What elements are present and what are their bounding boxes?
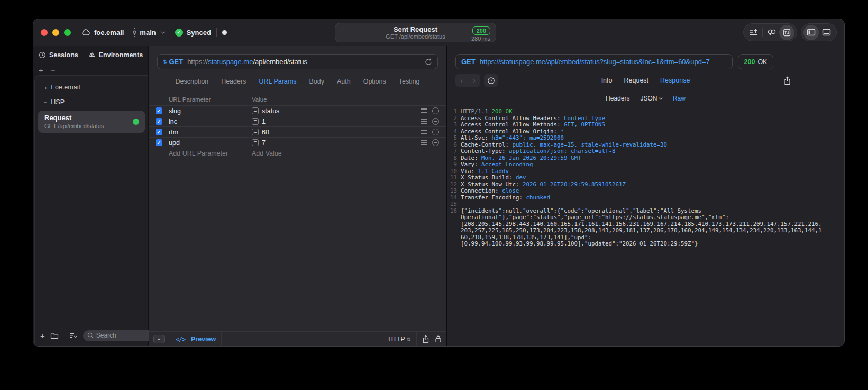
view-options-button[interactable] <box>69 332 78 339</box>
protocol-dropdown-icon: ⇅ <box>407 337 411 342</box>
equals-icon: = <box>252 129 259 135</box>
raw-response-view: 12345678910111213141516 HTTP/1.1 200 OKA… <box>447 108 844 346</box>
sync-branches-button[interactable] <box>764 25 779 40</box>
collapse-panel-button[interactable]: ▲ <box>153 335 165 343</box>
response-status-text: OK <box>757 58 767 66</box>
remove-row-icon[interactable] <box>432 118 439 125</box>
previous-response-button[interactable]: ‹ <box>455 76 468 85</box>
row-notes-icon[interactable] <box>421 130 427 134</box>
requests-list-button[interactable] <box>746 25 761 40</box>
row-notes-icon[interactable] <box>421 119 427 124</box>
row-notes-icon[interactable] <box>421 108 427 113</box>
param-value-field[interactable]: 1 <box>262 118 266 125</box>
sent-request-metrics: 200 280 ms <box>471 25 490 42</box>
zoom-window-button[interactable] <box>64 29 71 36</box>
titlebar: foe.email main ✓ Synced Sent Request GET… <box>33 19 844 46</box>
param-value-field[interactable]: 7 <box>262 139 266 147</box>
url-params-table: URL Parameter Value ✓slug=status✓inc=1✓r… <box>149 94 446 331</box>
remove-row-icon[interactable] <box>432 129 439 135</box>
resend-button[interactable] <box>425 58 432 66</box>
param-value-field[interactable]: status <box>262 107 279 115</box>
folder-icon <box>50 332 59 339</box>
response-viewer: GET https://statuspage.me/api/embed/stat… <box>446 46 844 346</box>
response-status-box: 200 OK <box>738 54 773 69</box>
row-notes-icon[interactable] <box>421 140 427 145</box>
export-button[interactable] <box>422 335 430 343</box>
param-name-field[interactable]: upd <box>169 139 252 147</box>
branch-switcher[interactable]: main <box>132 28 164 37</box>
param-checkbox[interactable]: ✓ <box>156 129 162 135</box>
response-subtab-json[interactable]: JSON <box>640 95 662 102</box>
response-tab-response[interactable]: Response <box>660 77 690 84</box>
response-tab-info[interactable]: Info <box>601 77 613 84</box>
request-method: GET <box>169 58 183 66</box>
reload-icon <box>425 58 432 66</box>
response-status-code: 200 <box>744 58 755 66</box>
minimize-window-button[interactable] <box>52 29 59 36</box>
request-tab-url-params[interactable]: URL Params <box>259 78 296 85</box>
sidebar-tabs: Sessions Environments <box>33 46 148 65</box>
add-param-row[interactable]: Add URL Parameter Add Value <box>149 148 446 158</box>
tab-sessions[interactable]: Sessions <box>39 51 78 59</box>
param-name-field[interactable]: rtm <box>169 129 252 136</box>
sidebar-item-request[interactable]: Request GET /api/embed/status <box>38 111 145 133</box>
add-url-parameter-placeholder[interactable]: Add URL Parameter <box>169 150 252 157</box>
sidebar-group-hsp[interactable]: › HSP <box>35 95 148 110</box>
param-value-field[interactable]: 60 <box>262 129 269 136</box>
send-receive-button[interactable] <box>779 25 794 40</box>
response-subtab-raw[interactable]: Raw <box>673 95 686 102</box>
sidebar-group-foe-email[interactable]: › Foe.email <box>35 80 148 95</box>
request-tab-testing[interactable]: Testing <box>399 78 420 85</box>
new-request-button[interactable]: + <box>40 331 45 340</box>
line-number: 13 <box>447 188 457 195</box>
request-url-bar[interactable]: ⇅ GET https://statuspage.me/api/embed/st… <box>157 54 438 69</box>
sent-request-status-pill[interactable]: Sent Request GET /api/embed/status 200 2… <box>335 23 496 42</box>
param-checkbox[interactable]: ✓ <box>156 139 162 146</box>
toggle-sidebar-button[interactable] <box>803 25 819 40</box>
tab-environments[interactable]: Environments <box>88 51 143 59</box>
sync-status[interactable]: ✓ Synced <box>175 29 211 37</box>
tools-button-group <box>743 23 797 41</box>
request-tab-auth[interactable]: Auth <box>337 78 351 85</box>
share-response-button[interactable] <box>783 76 791 85</box>
add-session-button[interactable]: + <box>39 66 43 75</box>
remove-row-icon[interactable] <box>432 107 439 114</box>
status-dot <box>222 30 227 35</box>
param-rows: ✓slug=status✓inc=1✓rtm=60✓upd=7 <box>149 105 446 148</box>
next-response-button[interactable]: › <box>468 76 480 85</box>
param-name-field[interactable]: inc <box>169 118 252 125</box>
share-icon <box>422 335 430 343</box>
lock-button[interactable] <box>435 335 442 343</box>
add-value-placeholder[interactable]: Add Value <box>252 150 413 157</box>
traffic-lights <box>41 29 71 36</box>
response-tab-request[interactable]: Request <box>624 77 649 84</box>
protocol-selector[interactable]: HTTP ⇅ <box>388 335 411 343</box>
footer-divider <box>170 332 170 347</box>
table-header: URL Parameter Value <box>149 94 446 105</box>
request-tab-body[interactable]: Body <box>309 78 324 85</box>
list-options-icon <box>69 332 78 339</box>
toggle-bottom-panel-button[interactable] <box>819 25 834 40</box>
response-url-box[interactable]: GET https://statuspage.me/api/embed/stat… <box>455 54 733 69</box>
param-checkbox[interactable]: ✓ <box>156 107 162 114</box>
new-folder-button[interactable] <box>50 332 59 339</box>
line-number: 15 <box>447 201 457 208</box>
response-url: https://statuspage.me/api/embed/status?s… <box>480 58 710 66</box>
project-switcher[interactable]: foe.email <box>81 29 124 37</box>
close-window-button[interactable] <box>41 29 48 36</box>
remove-row-icon[interactable] <box>432 139 439 146</box>
request-tab-description[interactable]: Description <box>176 78 209 85</box>
history-nav: ‹ › <box>455 74 480 87</box>
preview-button[interactable]: Preview <box>191 335 216 343</box>
response-body[interactable]: HTTP/1.1 200 OKAccess-Control-Allow-Head… <box>461 108 844 346</box>
history-button[interactable] <box>484 74 498 87</box>
response-subtab-headers[interactable]: Headers <box>606 95 629 102</box>
param-name-field[interactable]: slug <box>169 107 252 115</box>
remove-session-button[interactable]: − <box>51 66 56 75</box>
response-controls: ‹ › InfoRequestResponse <box>447 69 844 92</box>
response-subtabs: HeadersJSONRaw <box>447 92 844 105</box>
param-checkbox[interactable]: ✓ <box>156 118 162 125</box>
request-tab-options[interactable]: Options <box>363 78 386 85</box>
request-tab-headers[interactable]: Headers <box>221 78 246 85</box>
titlebar-actions <box>743 23 837 41</box>
